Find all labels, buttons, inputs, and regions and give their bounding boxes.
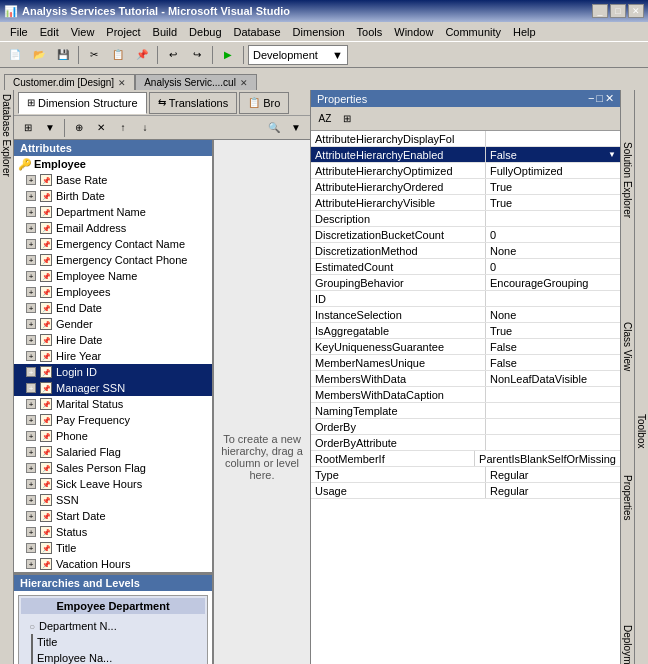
- attr-item[interactable]: + 📌 Emergency Contact Phone: [14, 252, 212, 268]
- toolbar-new[interactable]: 📄: [4, 45, 26, 65]
- expand-btn[interactable]: +: [26, 399, 36, 409]
- props-row[interactable]: AttributeHierarchyOptimized FullyOptimiz…: [311, 163, 620, 179]
- expand-btn[interactable]: +: [26, 527, 36, 537]
- props-row[interactable]: AttributeHierarchyVisible True: [311, 195, 620, 211]
- attr-item[interactable]: + 📌 Status: [14, 524, 212, 540]
- menu-build[interactable]: Build: [147, 24, 183, 40]
- close-tab-analysis[interactable]: ✕: [240, 78, 248, 88]
- dropdown-arrow-icon[interactable]: ▼: [608, 150, 616, 159]
- props-sort-alpha[interactable]: AZ: [315, 110, 335, 128]
- doc-tab-customer[interactable]: Customer.dim [Design] ✕: [4, 74, 135, 90]
- toolbar-open[interactable]: 📂: [28, 45, 50, 65]
- props-row[interactable]: Usage Regular: [311, 483, 620, 499]
- attr-item[interactable]: + 📌 Emergency Contact Name: [14, 236, 212, 252]
- doc-tab-analysis[interactable]: Analysis Servic....cul ✕: [135, 74, 257, 90]
- attr-item[interactable]: + 📌 Employee Name: [14, 268, 212, 284]
- dim-tb-btn-4[interactable]: ✕: [91, 119, 111, 137]
- attr-item[interactable]: + 📌 Title: [14, 540, 212, 556]
- db-explorer-sidebar[interactable]: Database Explorer: [0, 90, 14, 664]
- expand-btn[interactable]: +: [26, 303, 36, 313]
- dim-tb-btn-2[interactable]: ▼: [40, 119, 60, 137]
- menu-edit[interactable]: Edit: [34, 24, 65, 40]
- menu-file[interactable]: File: [4, 24, 34, 40]
- props-row[interactable]: DiscretizationBucketCount 0: [311, 227, 620, 243]
- props-row[interactable]: OrderByAttribute: [311, 435, 620, 451]
- props-sort-cat[interactable]: ⊞: [337, 110, 357, 128]
- attr-item[interactable]: + 📌 Login ID: [14, 364, 212, 380]
- attr-item[interactable]: + 📌 Salaried Flag: [14, 444, 212, 460]
- props-row[interactable]: EstimatedCount 0: [311, 259, 620, 275]
- props-minimize[interactable]: −: [588, 92, 594, 105]
- menu-view[interactable]: View: [65, 24, 101, 40]
- sidebar-class-view[interactable]: Class View: [622, 318, 633, 375]
- expand-btn[interactable]: +: [26, 223, 36, 233]
- expand-btn[interactable]: +: [26, 495, 36, 505]
- attr-item[interactable]: + 📌 Manager SSN: [14, 380, 212, 396]
- toolbar-redo[interactable]: ↪: [186, 45, 208, 65]
- toolbox-sidebar[interactable]: Toolbox: [634, 90, 648, 664]
- attr-item[interactable]: + 📌 Employees: [14, 284, 212, 300]
- attr-item[interactable]: + 📌 Base Rate: [14, 172, 212, 188]
- close-button[interactable]: ✕: [628, 4, 644, 18]
- props-row[interactable]: MembersWithData NonLeafDataVisible: [311, 371, 620, 387]
- toolbar-play[interactable]: ▶: [217, 45, 239, 65]
- props-row[interactable]: IsAggregatable True: [311, 323, 620, 339]
- expand-btn[interactable]: +: [26, 447, 36, 457]
- expand-btn[interactable]: +: [26, 511, 36, 521]
- expand-btn[interactable]: +: [26, 207, 36, 217]
- menu-community[interactable]: Community: [439, 24, 507, 40]
- props-row[interactable]: GroupingBehavior EncourageGrouping: [311, 275, 620, 291]
- toolbar-cut[interactable]: ✂: [83, 45, 105, 65]
- db-explorer-label[interactable]: Database Explorer: [1, 90, 12, 181]
- expand-btn[interactable]: +: [26, 255, 36, 265]
- props-row[interactable]: MemberNamesUnique False: [311, 355, 620, 371]
- tab-translations[interactable]: ⇆ Translations: [149, 92, 238, 114]
- expand-btn[interactable]: +: [26, 431, 36, 441]
- attr-item[interactable]: + 📌 Sales Person Flag: [14, 460, 212, 476]
- expand-btn[interactable]: +: [26, 383, 36, 393]
- tab-dimension-structure[interactable]: ⊞ Dimension Structure: [18, 92, 147, 114]
- expand-btn[interactable]: +: [26, 319, 36, 329]
- attr-item[interactable]: + 📌 Birth Date: [14, 188, 212, 204]
- tab-browser[interactable]: 📋 Bro: [239, 92, 289, 114]
- attr-item[interactable]: + 📌 Sick Leave Hours: [14, 476, 212, 492]
- toolbar-copy[interactable]: 📋: [107, 45, 129, 65]
- props-row[interactable]: AttributeHierarchyDisplayFol: [311, 131, 620, 147]
- menu-dimension[interactable]: Dimension: [287, 24, 351, 40]
- attr-item[interactable]: + 📌 Hire Year: [14, 348, 212, 364]
- attr-item[interactable]: + 📌 SSN: [14, 492, 212, 508]
- props-header-controls[interactable]: − □ ✕: [588, 92, 614, 105]
- props-maximize[interactable]: □: [596, 92, 603, 105]
- props-row[interactable]: ID: [311, 291, 620, 307]
- sidebar-properties[interactable]: Properties: [622, 471, 633, 525]
- expand-btn[interactable]: +: [26, 175, 36, 185]
- sidebar-deployment[interactable]: Deployment Progress: [622, 621, 633, 664]
- dim-tb-search[interactable]: 🔍: [264, 119, 284, 137]
- dev-mode-dropdown[interactable]: Development ▼: [248, 45, 348, 65]
- attr-item[interactable]: + 📌 Email Address: [14, 220, 212, 236]
- props-row[interactable]: Description: [311, 211, 620, 227]
- props-row[interactable]: RootMemberIf ParentIsBlankSelfOrMissing: [311, 451, 620, 467]
- props-close[interactable]: ✕: [605, 92, 614, 105]
- attr-item[interactable]: + 📌 Marital Status: [14, 396, 212, 412]
- expand-btn[interactable]: +: [26, 271, 36, 281]
- title-bar-controls[interactable]: _ □ ✕: [592, 4, 644, 18]
- attr-item[interactable]: 🔑 Employee: [14, 156, 212, 172]
- sidebar-solution-explorer[interactable]: Solution Explorer: [622, 138, 633, 222]
- dim-tb-btn-1[interactable]: ⊞: [18, 119, 38, 137]
- attributes-list[interactable]: 🔑 Employee+ 📌 Base Rate+ 📌 Birth Date+ 📌…: [14, 156, 212, 573]
- maximize-button[interactable]: □: [610, 4, 626, 18]
- expand-btn[interactable]: +: [26, 367, 36, 377]
- props-row[interactable]: InstanceSelection None: [311, 307, 620, 323]
- attr-item[interactable]: + 📌 Pay Frequency: [14, 412, 212, 428]
- menu-database[interactable]: Database: [228, 24, 287, 40]
- menu-window[interactable]: Window: [388, 24, 439, 40]
- expand-btn[interactable]: +: [26, 463, 36, 473]
- attr-item[interactable]: + 📌 Department Name: [14, 204, 212, 220]
- props-row[interactable]: MembersWithDataCaption: [311, 387, 620, 403]
- expand-btn[interactable]: +: [26, 191, 36, 201]
- toolbar-save[interactable]: 💾: [52, 45, 74, 65]
- props-row[interactable]: OrderBy: [311, 419, 620, 435]
- expand-btn[interactable]: +: [26, 415, 36, 425]
- menu-tools[interactable]: Tools: [351, 24, 389, 40]
